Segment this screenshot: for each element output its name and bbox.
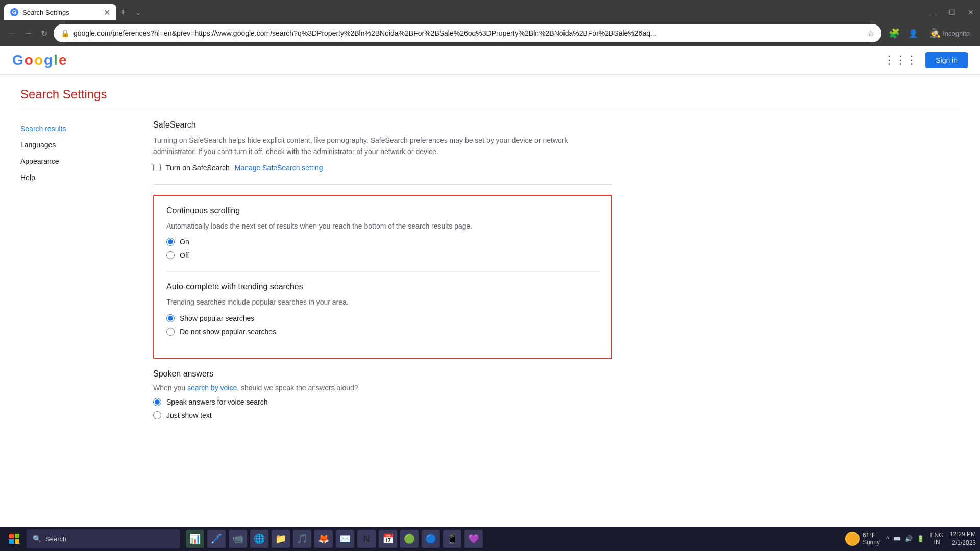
continuous-scrolling-title: Continuous scrolling	[166, 206, 599, 215]
autocomplete-section: Auto-complete with trending searches Tre…	[166, 282, 599, 335]
profile-icon[interactable]: 👤	[905, 27, 921, 40]
spoken-text-row: Just show text	[153, 411, 612, 419]
continuous-scrolling-section: Continuous scrolling Automatically loads…	[166, 206, 599, 259]
safesearch-checkbox[interactable]	[153, 164, 161, 171]
tab-bar: G Search Settings ✕ + ⌄ — ☐ ✕	[0, 0, 980, 20]
tab-close-button[interactable]: ✕	[104, 8, 110, 17]
autocomplete-hide-radio[interactable]	[166, 328, 175, 336]
settings-page: Search Settings Search results Languages…	[0, 75, 980, 442]
voice-search-link[interactable]: search by voice	[187, 384, 237, 392]
safesearch-checkbox-row: Turn on SafeSearch Manage SafeSearch set…	[153, 164, 612, 172]
autocomplete-description: Trending searches include popular search…	[166, 296, 599, 308]
incognito-badge: 🕵️ Incognito	[925, 26, 974, 41]
safesearch-section: SafeSearch Turning on SafeSearch helps h…	[153, 120, 612, 172]
maximize-button[interactable]: ☐	[943, 4, 962, 20]
logo-letter-o2: o	[34, 52, 43, 68]
autocomplete-hide-row: Do not show popular searches	[166, 328, 599, 336]
sidebar: Search results Languages Appearance Help	[20, 120, 133, 432]
incognito-label: Incognito	[943, 30, 970, 37]
continuous-scrolling-off-row: Off	[166, 251, 599, 259]
autocomplete-show-label[interactable]: Show popular searches	[180, 314, 254, 322]
safesearch-checkbox-label[interactable]: Turn on SafeSearch	[166, 164, 230, 172]
autocomplete-show-row: Show popular searches	[166, 314, 599, 322]
sidebar-item-appearance[interactable]: Appearance	[20, 153, 133, 169]
google-header: G o o g l e ⋮⋮⋮ Sign in	[0, 46, 980, 75]
highlight-box: Continuous scrolling Automatically loads…	[153, 195, 612, 359]
lock-icon: 🔒	[61, 29, 69, 37]
tab-title: Search Settings	[22, 9, 100, 16]
spoken-speak-row: Speak answers for voice search	[153, 398, 612, 406]
svg-text:G: G	[12, 9, 17, 15]
spoken-text-radio[interactable]	[153, 411, 161, 419]
browser-chrome: G Search Settings ✕ + ⌄ — ☐ ✕ ← → ↻ 🔒 go…	[0, 0, 980, 46]
autocomplete-show-radio[interactable]	[166, 314, 175, 322]
forward-button[interactable]: →	[22, 27, 35, 40]
sidebar-item-search-results[interactable]: Search results	[20, 120, 133, 137]
section-divider-2	[166, 271, 599, 272]
continuous-scrolling-on-label[interactable]: On	[180, 238, 189, 246]
continuous-scrolling-on-row: On	[166, 238, 599, 246]
new-tab-button[interactable]: +	[116, 7, 130, 18]
incognito-icon: 🕵️	[929, 28, 941, 39]
google-logo: G o o g l e	[12, 52, 66, 68]
sidebar-item-languages[interactable]: Languages	[20, 137, 133, 153]
spoken-desc-before: When you	[153, 384, 187, 392]
autocomplete-title: Auto-complete with trending searches	[166, 282, 599, 291]
spoken-answers-title: Spoken answers	[153, 369, 612, 379]
continuous-scrolling-description: Automatically loads the next set of resu…	[166, 220, 599, 232]
tab-favicon: G	[10, 8, 18, 16]
settings-layout: Search results Languages Appearance Help…	[20, 110, 960, 442]
header-right: ⋮⋮⋮ Sign in	[884, 52, 968, 68]
spoken-desc-after: , should we speak the answers aloud?	[237, 384, 358, 392]
manage-safesearch-link[interactable]: Manage SafeSearch setting	[235, 164, 323, 172]
safesearch-description: Turning on SafeSearch helps hide explici…	[153, 135, 612, 158]
refresh-button[interactable]: ↻	[39, 27, 50, 40]
address-bar: ← → ↻ 🔒 google.com/preferences?hl=en&pre…	[0, 20, 980, 46]
continuous-scrolling-off-radio[interactable]	[166, 251, 175, 259]
extensions-icon[interactable]: 🧩	[886, 26, 903, 41]
continuous-scrolling-off-label[interactable]: Off	[180, 251, 189, 259]
apps-icon[interactable]: ⋮⋮⋮	[884, 54, 917, 67]
safesearch-title: SafeSearch	[153, 120, 612, 130]
logo-letter-l: l	[54, 52, 58, 68]
autocomplete-options: Show popular searches Do not show popula…	[166, 314, 599, 336]
logo-letter-o1: o	[24, 52, 33, 68]
settings-page-title: Search Settings	[20, 75, 960, 110]
url-bar[interactable]: 🔒 google.com/preferences?hl=en&prev=http…	[54, 24, 881, 42]
spoken-answers-section: Spoken answers When you search by voice,…	[153, 369, 612, 419]
spoken-text-label[interactable]: Just show text	[166, 411, 212, 419]
close-button[interactable]: ✕	[962, 4, 980, 20]
minimize-button[interactable]: —	[923, 4, 943, 20]
logo-letter-g: G	[12, 52, 23, 68]
url-text: google.com/preferences?hl=en&prev=https:…	[74, 29, 863, 37]
page-content: G o o g l e ⋮⋮⋮ Sign in Search Settings …	[0, 46, 980, 444]
spoken-speak-label[interactable]: Speak answers for voice search	[166, 398, 267, 406]
autocomplete-hide-label[interactable]: Do not show popular searches	[180, 328, 276, 336]
window-controls: — ☐ ✕	[923, 4, 980, 20]
continuous-scrolling-on-radio[interactable]	[166, 238, 175, 246]
browser-actions: 🧩 👤	[886, 26, 921, 41]
active-tab[interactable]: G Search Settings ✕	[4, 4, 116, 20]
logo-letter-e: e	[59, 52, 67, 68]
bookmark-icon[interactable]: ☆	[867, 29, 874, 38]
spoken-answers-options: Speak answers for voice search Just show…	[153, 398, 612, 419]
logo-letter-g2: g	[44, 52, 53, 68]
spoken-answers-description: When you search by voice, should we spea…	[153, 384, 612, 392]
sidebar-item-help[interactable]: Help	[20, 169, 133, 186]
continuous-scrolling-options: On Off	[166, 238, 599, 259]
spoken-speak-radio[interactable]	[153, 398, 161, 406]
sign-in-button[interactable]: Sign in	[925, 52, 968, 68]
main-content: SafeSearch Turning on SafeSearch helps h…	[153, 120, 612, 432]
section-divider-1	[153, 184, 612, 185]
back-button[interactable]: ←	[6, 27, 18, 40]
tab-overflow-button[interactable]: ⌄	[132, 8, 144, 16]
